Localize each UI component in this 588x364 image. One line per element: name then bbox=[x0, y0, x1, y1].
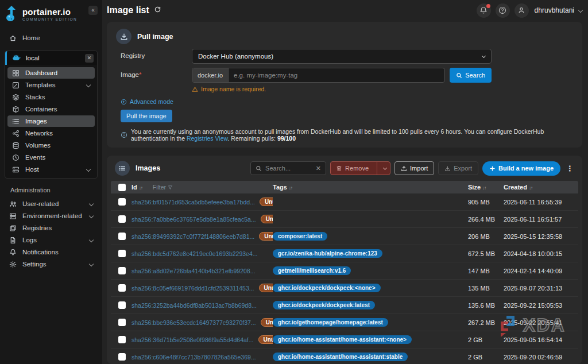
images-toolbar: ✕ Remove Import bbox=[250, 161, 575, 176]
sidebar-item-stacks[interactable]: Stacks bbox=[7, 91, 95, 103]
row-checkbox[interactable] bbox=[118, 336, 126, 343]
image-id-link[interactable]: sha256:a8d02e726bfa4140b4b321efb99208... bbox=[131, 268, 255, 274]
sidebar-item-logs[interactable]: Logs bbox=[5, 234, 98, 246]
pull-the-image-button[interactable]: Pull the image bbox=[121, 110, 172, 122]
portainer-logo-icon bbox=[5, 6, 18, 22]
image-size: 266.4 MB bbox=[468, 216, 504, 223]
notifications-bell-icon[interactable] bbox=[477, 3, 491, 18]
table-settings-icon[interactable]: ⋮ bbox=[564, 164, 575, 173]
chevron-down-icon bbox=[89, 202, 94, 206]
remove-button[interactable]: Remove bbox=[330, 161, 390, 175]
image-id-link[interactable]: sha256:bdc5d762e8c4219ec0e1693b2293e4... bbox=[131, 250, 258, 257]
sidebar-item-networks[interactable]: Networks bbox=[7, 127, 95, 139]
sidebar-item-home[interactable]: Home bbox=[5, 32, 98, 44]
image-size: 147 MB bbox=[468, 268, 504, 274]
column-id[interactable]: Id↓↑ bbox=[131, 184, 142, 191]
column-created[interactable]: Created↓↑ bbox=[504, 184, 532, 191]
sidebar-item-label: Networks bbox=[25, 130, 53, 137]
pull-image-icon bbox=[116, 29, 131, 44]
images-table: Id↓↑ Filter Tags↓↑ Size↓↑ Created↓↑ sha2… bbox=[111, 181, 578, 364]
sidebar-item-dashboard[interactable]: Dashboard bbox=[7, 67, 95, 79]
select-all-checkbox[interactable] bbox=[118, 184, 126, 191]
validation-message: Image name is required. bbox=[192, 86, 573, 92]
share-icon bbox=[12, 130, 20, 137]
image-created: 2025-09-05 16:54:14 bbox=[504, 336, 578, 343]
sidebar-item-label: Logs bbox=[22, 237, 37, 243]
column-size[interactable]: Size↓↑ bbox=[468, 184, 486, 191]
layers-icon bbox=[12, 94, 20, 101]
table-search[interactable]: ✕ bbox=[250, 161, 326, 175]
row-checkbox[interactable] bbox=[118, 198, 126, 206]
registries-view-link[interactable]: Registries View bbox=[187, 135, 228, 142]
portainer-logo[interactable]: portainer.io COMMUNITY EDITION bbox=[5, 6, 77, 22]
unused-badge: Unused bbox=[261, 318, 273, 327]
build-new-image-button[interactable]: Build a new image bbox=[482, 161, 560, 176]
image-id-link[interactable]: sha256:8c05ef6691976ddd1cfd2539311453... bbox=[131, 285, 254, 292]
remove-dropdown-chevron-icon[interactable] bbox=[380, 162, 390, 175]
environment-local[interactable]: local ✕ bbox=[5, 51, 97, 65]
sidebar-item-label: Volumes bbox=[25, 142, 51, 149]
image-created: 2025-09-07 20:31:13 bbox=[504, 285, 578, 292]
refresh-icon[interactable] bbox=[154, 5, 161, 16]
sort-icon: ↓↑ bbox=[482, 185, 486, 191]
image-id-link[interactable]: sha256:bbe936e53ecdc16497377c93270f37... bbox=[131, 319, 256, 326]
users-icon bbox=[9, 200, 17, 208]
image-id-link[interactable]: sha256:7a0bbe6c37657e5db8e1a85cfeac5a... bbox=[131, 216, 256, 223]
row-checkbox[interactable] bbox=[118, 215, 126, 223]
image-id-link[interactable]: sha256:bf01571d653ca5db5efeee3ba17bdd... bbox=[131, 199, 255, 206]
advanced-mode-link[interactable]: Advanced mode bbox=[121, 98, 573, 105]
image-row: sha256:8c05ef6691976ddd1cfd2539311453...… bbox=[111, 280, 578, 297]
sidebar-item-notifications[interactable]: Notifications bbox=[5, 246, 98, 258]
list-icon bbox=[12, 118, 20, 125]
sidebar-item-label: Containers bbox=[25, 106, 57, 113]
unused-badge: Unused bbox=[259, 232, 273, 241]
sidebar-item-volumes[interactable]: Volumes bbox=[7, 140, 95, 151]
row-checkbox[interactable] bbox=[118, 319, 126, 326]
box-icon bbox=[12, 106, 20, 113]
help-icon[interactable] bbox=[496, 3, 510, 18]
image-row: sha256:bdc5d762e8c4219ec0e1693b2293e4...… bbox=[111, 245, 578, 262]
image-size: 2 GB bbox=[468, 354, 504, 361]
image-name-input[interactable] bbox=[229, 68, 444, 82]
sidebar-item-templates[interactable]: Templates bbox=[7, 79, 95, 91]
plus-icon bbox=[489, 165, 496, 172]
user-name[interactable]: dhruvbhutani bbox=[535, 6, 574, 14]
image-registry-prefix: docker.io bbox=[192, 68, 229, 82]
sidebar-item-host[interactable]: Host bbox=[7, 164, 95, 175]
user-menu-chevron-icon[interactable] bbox=[578, 8, 583, 13]
sidebar-item-label: Dashboard bbox=[25, 69, 57, 76]
sidebar-collapse-button[interactable]: « bbox=[88, 6, 98, 15]
sidebar-item-registries[interactable]: Registries bbox=[5, 222, 98, 234]
registry-select[interactable]: Docker Hub (anonymous) bbox=[192, 49, 492, 64]
image-size: 905 MB bbox=[468, 199, 504, 206]
row-checkbox[interactable] bbox=[118, 284, 126, 292]
environment-close-icon[interactable]: ✕ bbox=[85, 54, 94, 63]
sidebar-item-containers[interactable]: Containers bbox=[7, 103, 95, 115]
image-id-link[interactable]: sha256:3252ba44bd6df8ab5013ac7b8b69d8... bbox=[131, 302, 257, 309]
image-id-link[interactable]: sha256:c606e48f7cc713b7807826a565e369... bbox=[131, 354, 256, 361]
image-row: sha256:89499392c7c0f772f148806eeb7d81...… bbox=[111, 228, 578, 245]
sidebar-item-user-related[interactable]: User-related bbox=[5, 198, 98, 210]
sidebar-item-settings[interactable]: Settings bbox=[5, 258, 98, 270]
column-id-filter[interactable]: Filter bbox=[153, 184, 173, 191]
export-button[interactable]: Export bbox=[438, 161, 478, 175]
table-search-input[interactable] bbox=[265, 165, 312, 172]
import-button[interactable]: Import bbox=[394, 161, 434, 175]
row-checkbox[interactable] bbox=[118, 250, 126, 257]
image-id-link[interactable]: sha256:36d71b5e2508e0f986f9a55d4d64af... bbox=[131, 336, 254, 343]
search-clear-icon[interactable]: ✕ bbox=[316, 165, 321, 172]
row-checkbox[interactable] bbox=[118, 233, 126, 240]
administration-label: Administration bbox=[10, 187, 98, 193]
unused-badge: Unused bbox=[259, 284, 273, 292]
user-avatar[interactable] bbox=[514, 3, 529, 18]
image-id-link[interactable]: sha256:89499392c7c0f772f148806eeb7d81... bbox=[131, 233, 254, 240]
row-checkbox[interactable] bbox=[118, 267, 126, 274]
sidebar-item-images[interactable]: Images bbox=[7, 115, 95, 127]
sidebar-item-events[interactable]: Events bbox=[7, 152, 95, 163]
search-button[interactable]: Search bbox=[450, 68, 492, 83]
column-tags[interactable]: Tags↓↑ bbox=[273, 184, 292, 191]
sidebar-item-environment-related[interactable]: Environment-related bbox=[5, 210, 98, 222]
row-checkbox[interactable] bbox=[118, 353, 126, 361]
row-checkbox[interactable] bbox=[118, 301, 126, 309]
remaining-pulls: 99/100 bbox=[277, 135, 296, 142]
